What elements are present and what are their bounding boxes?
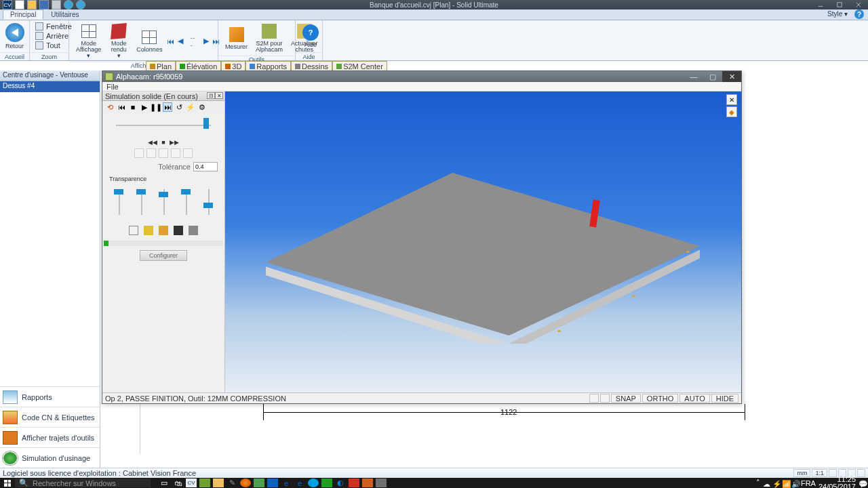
simulation-panel-pin-icon[interactable]: ⊟: [207, 92, 215, 99]
sim-rewind-button[interactable]: ◀◀: [148, 139, 157, 146]
simulation-panel-close-icon[interactable]: ✕: [215, 92, 223, 99]
aide-button[interactable]: ?Aide: [298, 23, 323, 49]
tab-principal[interactable]: Principal: [3, 9, 43, 20]
view-option-icon-1[interactable]: [134, 148, 144, 158]
app13-icon[interactable]: ◐: [335, 479, 346, 487]
zoom-arriere-button[interactable]: Arrière: [33, 31, 71, 41]
ortho-toggle[interactable]: ORTHO: [642, 394, 679, 403]
print-icon[interactable]: [52, 0, 61, 9]
sim-forward-button[interactable]: ▶▶: [170, 139, 179, 146]
3d-viewport[interactable]: ✕ ◆: [225, 92, 741, 392]
sim-speed-icon[interactable]: ⚡: [186, 102, 195, 112]
start-button[interactable]: [0, 478, 15, 488]
view-option-icon-2[interactable]: [146, 148, 156, 158]
store-icon[interactable]: 🛍: [172, 479, 183, 487]
next-button[interactable]: ▶: [202, 37, 211, 46]
transparency-slider-3[interactable]: [154, 185, 172, 219]
app15-icon[interactable]: [362, 479, 373, 487]
colonnes-button[interactable]: Colonnes: [132, 28, 166, 54]
category-trajets[interactable]: Afficher trajets d'outils: [0, 427, 100, 447]
configurer-button[interactable]: Configurer: [140, 250, 187, 261]
transparency-slider-1[interactable]: [109, 185, 127, 219]
help-icon[interactable]: ?: [854, 9, 864, 19]
first-button[interactable]: ⏮: [166, 37, 175, 46]
view-option-icon-5[interactable]: [183, 148, 193, 158]
material-icon-4[interactable]: [174, 226, 183, 235]
tray-icon-2[interactable]: ⚡: [772, 480, 779, 487]
close-button[interactable]: [849, 0, 868, 9]
minimize-button[interactable]: [811, 0, 830, 9]
sim-stop-button[interactable]: ■: [161, 139, 165, 146]
retour-button[interactable]: Retour: [1, 22, 28, 51]
tray-volume-icon[interactable]: 🔊: [791, 480, 798, 487]
app14-icon[interactable]: [349, 479, 359, 487]
sim-loop-icon[interactable]: ↺: [174, 102, 184, 112]
tolerance-input[interactable]: [193, 162, 218, 171]
alphacam-menu-file[interactable]: File: [106, 83, 119, 91]
maximize-button[interactable]: [830, 0, 849, 9]
sim-settings-icon[interactable]: ⚙: [197, 102, 207, 112]
app12-icon[interactable]: [321, 479, 332, 487]
snap-toggle[interactable]: SNAP: [611, 394, 641, 403]
s2m-button[interactable]: S2M pour Alphacam: [252, 22, 287, 54]
view-option-icon-3[interactable]: [159, 148, 168, 158]
explorer-icon[interactable]: [213, 479, 224, 487]
style-dropdown[interactable]: Style ▾: [827, 10, 848, 18]
new-file-icon[interactable]: [15, 0, 24, 9]
mesurer-button[interactable]: Mesurer: [221, 25, 252, 52]
mode-rendu-button[interactable]: Mode rendu ▾: [105, 22, 132, 60]
firefox-icon[interactable]: [240, 479, 251, 487]
transparency-slider-5[interactable]: [199, 185, 218, 219]
transparency-slider-2[interactable]: [132, 185, 150, 219]
skype-icon[interactable]: [308, 479, 319, 487]
zoom-fenetre-button[interactable]: Fenêtre: [33, 22, 75, 31]
cv2-app-icon[interactable]: [254, 479, 264, 487]
tab-utilitaires[interactable]: Utilitaires: [43, 9, 86, 20]
category-simulation[interactable]: Simulation d'usinage: [0, 447, 100, 468]
alphacam-titlebar[interactable]: Alphacam: r95f0059 — ▢ ✕: [102, 71, 741, 82]
app5-icon[interactable]: ✎: [226, 479, 237, 487]
alphacam-maximize-button[interactable]: ▢: [703, 71, 722, 82]
save-icon[interactable]: [39, 0, 49, 9]
ie-icon[interactable]: e: [294, 479, 305, 487]
action-center-icon[interactable]: 💬: [859, 480, 865, 487]
edge-icon[interactable]: e: [281, 479, 292, 487]
s2m-app-icon[interactable]: [199, 479, 210, 487]
machining-center-item[interactable]: Dessus #4: [0, 81, 100, 92]
tray-clock[interactable]: 11:2524/05/2017: [818, 476, 856, 489]
tray-icon-1[interactable]: ☁: [763, 480, 770, 487]
outlook-icon[interactable]: [267, 479, 278, 487]
viewport-tool-icon[interactable]: ◆: [726, 106, 737, 117]
alphacam-minimize-button[interactable]: —: [684, 71, 703, 82]
sim-stop-icon[interactable]: ■: [128, 102, 138, 112]
prev-button[interactable]: ◀: [176, 37, 185, 46]
cv-app-icon[interactable]: CV: [186, 479, 197, 487]
auto-toggle[interactable]: AUTO: [679, 394, 709, 403]
zoom-tout-button[interactable]: Tout: [33, 41, 63, 50]
app16-icon[interactable]: [376, 479, 387, 487]
view-option-icon-4[interactable]: [171, 148, 180, 158]
category-rapports[interactable]: Rapports: [0, 386, 100, 407]
material-icon-5[interactable]: [189, 226, 198, 235]
simulation-speed-slider[interactable]: [116, 115, 211, 135]
sim-reset-icon[interactable]: ⟲: [105, 102, 115, 112]
alphacam-close-button[interactable]: ✕: [722, 71, 741, 82]
sim-pause-icon[interactable]: ❚❚: [151, 102, 161, 112]
hide-toggle[interactable]: HIDE: [711, 394, 738, 403]
open-file-icon[interactable]: [27, 0, 37, 9]
taskbar-search[interactable]: 🔍 Rechercher sur Windows: [15, 479, 151, 487]
mode-affichage-button[interactable]: Mode Affichage ▾: [72, 22, 105, 60]
tray-lang[interactable]: FRA: [801, 479, 816, 487]
task-view-icon[interactable]: ▭: [159, 479, 170, 487]
undo-icon[interactable]: [64, 0, 73, 9]
material-icon-2[interactable]: [144, 226, 153, 235]
material-icon-1[interactable]: [129, 226, 138, 235]
sim-play-icon[interactable]: ▶: [140, 102, 149, 112]
tray-network-icon[interactable]: 📶: [782, 480, 789, 487]
sim-step-back-icon[interactable]: ⏮: [117, 102, 126, 112]
material-icon-3[interactable]: [159, 226, 168, 235]
redo-icon[interactable]: [76, 0, 85, 9]
transparency-slider-4[interactable]: [177, 185, 195, 219]
category-code[interactable]: Code CN & Etiquettes: [0, 407, 100, 427]
viewport-close-icon[interactable]: ✕: [726, 94, 737, 105]
